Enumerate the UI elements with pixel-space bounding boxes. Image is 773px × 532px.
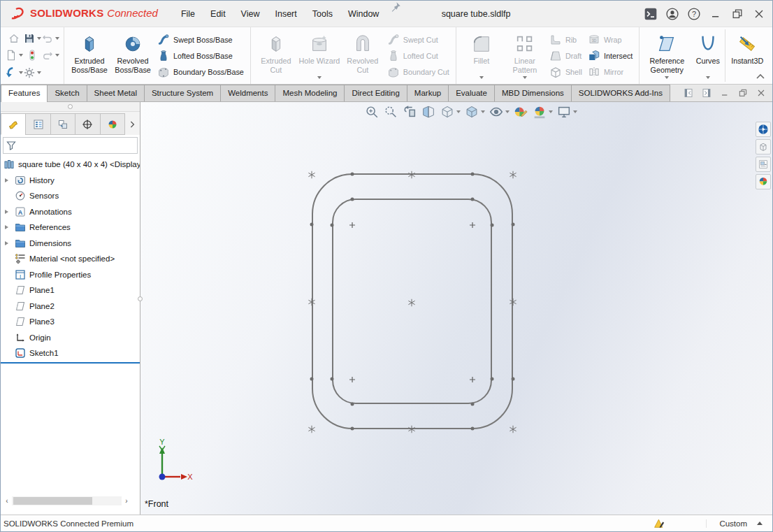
sketch-point-asterisk[interactable] bbox=[510, 171, 517, 179]
sketch-endpoint[interactable] bbox=[512, 223, 515, 227]
taskpane-appearances-tab[interactable] bbox=[756, 174, 771, 189]
section-view-button[interactable] bbox=[419, 103, 438, 120]
sketch-point-asterisk[interactable] bbox=[308, 171, 316, 179]
draft-button[interactable]: Draft bbox=[549, 49, 582, 63]
sketch-endpoint[interactable] bbox=[310, 223, 314, 227]
home-button[interactable] bbox=[5, 30, 23, 47]
tree-item-history[interactable]: History bbox=[1, 173, 140, 189]
sketch-endpoint[interactable] bbox=[331, 378, 334, 381]
sketch-point-asterisk[interactable] bbox=[510, 299, 517, 306]
tree-item-dimensions[interactable]: Dimensions bbox=[1, 236, 140, 252]
linear-pattern-button[interactable]: Linear Pattern bbox=[503, 29, 547, 82]
zoom-fit-button[interactable] bbox=[363, 103, 381, 120]
scroll-left-icon[interactable]: ‹ bbox=[2, 496, 12, 506]
user-icon[interactable] bbox=[665, 6, 680, 22]
reference-geometry-button[interactable]: Reference Geometry bbox=[643, 29, 691, 82]
view-orientation-button[interactable] bbox=[438, 103, 462, 120]
lofted-cut-button[interactable]: Lofted Cut bbox=[387, 49, 449, 63]
extruded-boss-base-button[interactable]: Extruded Boss/Base bbox=[68, 29, 111, 82]
tree-item-references[interactable]: References bbox=[1, 220, 140, 236]
sketch-arc-center[interactable] bbox=[349, 222, 356, 229]
display-style-button[interactable] bbox=[463, 103, 486, 120]
sketch-point-asterisk[interactable] bbox=[308, 299, 316, 306]
dropdown-caret-icon[interactable] bbox=[505, 110, 510, 113]
console-icon[interactable] bbox=[643, 6, 658, 22]
new-doc-button[interactable] bbox=[5, 47, 23, 64]
sketch-endpoint[interactable] bbox=[491, 224, 494, 227]
panel-tab-displaymanager[interactable] bbox=[100, 113, 125, 135]
doc-next-icon[interactable] bbox=[701, 87, 712, 99]
rollback-bar[interactable] bbox=[1, 362, 140, 364]
expander-icon[interactable] bbox=[5, 225, 8, 229]
panel-edge-splitter[interactable] bbox=[138, 296, 143, 301]
tree-item-annotations[interactable]: AAnnotations bbox=[1, 204, 140, 220]
hole-wizard-button[interactable]: Hole Wizard bbox=[298, 29, 341, 82]
panel-expand-chevron-icon[interactable] bbox=[124, 113, 140, 135]
sketch-endpoint[interactable] bbox=[471, 403, 475, 406]
tree-item-plane3[interactable]: Plane3 bbox=[1, 314, 140, 330]
reference-geometry-dropdown[interactable] bbox=[665, 76, 669, 79]
boundary-cut-button[interactable]: Boundary Cut bbox=[387, 65, 449, 79]
boundary-boss-base-button[interactable]: Boundary Boss/Base bbox=[157, 65, 244, 79]
graphics-viewport[interactable]: Y X *Front bbox=[140, 102, 772, 515]
swept-boss-base-button[interactable]: Swept Boss/Base bbox=[157, 33, 244, 47]
taskpane-compass-tab[interactable] bbox=[756, 122, 771, 137]
panel-tab-configurationmanager[interactable] bbox=[50, 113, 75, 135]
tab-markup[interactable]: Markup bbox=[407, 85, 449, 101]
dropdown-caret-icon[interactable] bbox=[481, 110, 485, 113]
sketch-endpoint[interactable] bbox=[471, 173, 475, 176]
sketch-arc-center[interactable] bbox=[470, 222, 476, 229]
apply-scene-button[interactable] bbox=[530, 103, 554, 120]
taskpane-design-library-tab[interactable] bbox=[756, 139, 771, 154]
sketch-endpoint[interactable] bbox=[310, 378, 314, 381]
save-button[interactable] bbox=[23, 30, 41, 47]
menu-view[interactable]: View bbox=[233, 1, 268, 27]
unit-system-selector[interactable]: Custom bbox=[706, 519, 772, 528]
tree-item-plane2[interactable]: Plane2 bbox=[1, 299, 140, 315]
menu-tools[interactable]: Tools bbox=[305, 1, 340, 27]
sketch-endpoint[interactable] bbox=[491, 378, 494, 381]
menu-window[interactable]: Window bbox=[340, 1, 386, 27]
panel-splitter[interactable] bbox=[1, 102, 140, 112]
tree-item-material-not-specified[interactable]: Material <not specified> bbox=[1, 251, 140, 267]
close-icon[interactable] bbox=[756, 87, 767, 99]
sketch-point-asterisk[interactable] bbox=[308, 426, 316, 433]
tab-solidworks-add-ins[interactable]: SOLIDWORKS Add-Ins bbox=[571, 85, 670, 101]
extruded-cut-button[interactable]: Extruded Cut bbox=[254, 29, 298, 82]
scroll-right-icon[interactable]: › bbox=[122, 496, 131, 506]
sketch-arc-center[interactable] bbox=[470, 377, 476, 383]
zoom-area-button[interactable] bbox=[382, 103, 400, 120]
linear-pattern-dropdown[interactable] bbox=[523, 76, 527, 79]
tree-item-origin[interactable]: Origin bbox=[1, 330, 140, 346]
tab-evaluate[interactable]: Evaluate bbox=[448, 85, 495, 101]
scrollbar-thumb[interactable] bbox=[13, 497, 92, 505]
minimize-icon[interactable] bbox=[708, 6, 723, 22]
tab-direct-editing[interactable]: Direct Editing bbox=[344, 85, 407, 101]
sketch-endpoint[interactable] bbox=[471, 198, 475, 201]
tab-features[interactable]: Features bbox=[1, 85, 48, 102]
tab-mbd-dimensions[interactable]: MBD Dimensions bbox=[494, 85, 572, 101]
tree-item-sketch1[interactable]: Sketch1 bbox=[1, 345, 140, 361]
dropdown-caret-icon[interactable] bbox=[456, 110, 461, 113]
panel-tab-dimxpertmanager[interactable] bbox=[75, 113, 100, 135]
restore-icon[interactable] bbox=[737, 87, 749, 99]
dropdown-caret-icon[interactable] bbox=[573, 110, 577, 113]
restore-icon[interactable] bbox=[730, 6, 745, 22]
sketch-point-asterisk[interactable] bbox=[408, 426, 416, 433]
dropdown-caret-icon[interactable] bbox=[37, 71, 41, 74]
view-settings-button[interactable] bbox=[555, 103, 579, 120]
sketch-point-asterisk[interactable] bbox=[408, 171, 416, 179]
expander-icon[interactable] bbox=[5, 241, 8, 245]
tree-filter-input[interactable] bbox=[3, 137, 138, 154]
tree-item-plane1[interactable]: Plane1 bbox=[1, 282, 140, 299]
mirror-button[interactable]: Mirror bbox=[588, 65, 633, 79]
curves-dropdown[interactable] bbox=[706, 76, 710, 79]
minimize-icon[interactable] bbox=[719, 87, 730, 99]
help-icon[interactable]: ? bbox=[686, 6, 702, 22]
menu-file[interactable]: File bbox=[173, 1, 203, 27]
pin-menu-icon[interactable] bbox=[389, 1, 402, 13]
panel-tab-featuremanager[interactable] bbox=[1, 113, 26, 135]
sketch-endpoint[interactable] bbox=[351, 403, 354, 406]
sketch-endpoint[interactable] bbox=[512, 378, 515, 381]
expander-icon[interactable] bbox=[5, 178, 8, 182]
